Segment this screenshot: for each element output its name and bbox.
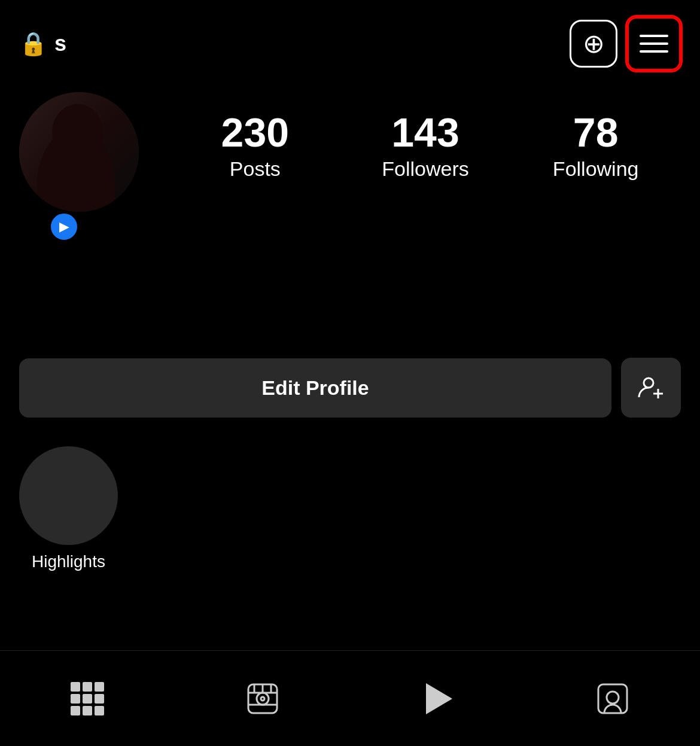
tag-icon — [596, 682, 629, 715]
lock-icon: 🔒 — [19, 31, 47, 57]
posts-label: Posts — [230, 157, 281, 181]
grid-icon — [71, 682, 104, 715]
highlight-label: Highlights — [32, 552, 105, 571]
followers-stat[interactable]: 143 Followers — [340, 110, 511, 181]
svg-point-5 — [261, 697, 264, 701]
menu-line-1 — [640, 35, 668, 37]
posts-count: 230 — [221, 110, 289, 155]
silhouette — [19, 92, 139, 212]
followers-count: 143 — [391, 110, 459, 155]
action-buttons: Edit Profile — [0, 343, 700, 432]
bottom-nav — [0, 650, 700, 746]
silhouette-body — [37, 128, 115, 212]
add-icon: ⊕ — [583, 31, 605, 57]
reels-icon — [246, 682, 279, 715]
avatar-image — [19, 92, 139, 212]
avatar-badge: ▶ — [49, 212, 79, 242]
username-label: s — [54, 31, 66, 56]
add-person-icon — [638, 374, 664, 401]
highlight-circle — [19, 446, 118, 545]
svg-point-12 — [607, 692, 619, 704]
play-icon — [426, 683, 452, 714]
svg-point-0 — [644, 378, 653, 388]
nav-item-tagged[interactable] — [589, 675, 637, 723]
edit-profile-button[interactable]: Edit Profile — [19, 358, 611, 418]
svg-point-4 — [257, 693, 269, 705]
highlights-section: Highlights — [0, 432, 700, 586]
add-person-button[interactable] — [621, 358, 681, 418]
svg-rect-11 — [598, 684, 627, 713]
nav-item-reels[interactable] — [239, 675, 287, 723]
add-content-button[interactable]: ⊕ — [570, 20, 617, 68]
followers-label: Followers — [382, 157, 468, 181]
menu-button[interactable] — [627, 17, 681, 71]
header-left: 🔒 s — [19, 31, 66, 57]
highlight-item[interactable]: Highlights — [19, 446, 118, 571]
bio-section — [0, 236, 700, 343]
avatar-container[interactable]: ▶ — [19, 92, 151, 236]
following-stat[interactable]: 78 Following — [510, 110, 681, 181]
header-right: ⊕ — [570, 17, 681, 71]
posts-stat[interactable]: 230 Posts — [170, 110, 340, 181]
nav-item-play[interactable] — [413, 675, 461, 723]
menu-line-2 — [640, 42, 668, 45]
nav-item-grid[interactable] — [63, 675, 111, 723]
story-indicator-icon: ▶ — [59, 219, 69, 235]
following-label: Following — [553, 157, 639, 181]
stats-container: 230 Posts 143 Followers 78 Following — [170, 110, 681, 181]
profile-section: ▶ 230 Posts 143 Followers 78 Following — [0, 80, 700, 236]
header: 🔒 s ⊕ — [0, 0, 700, 80]
avatar — [19, 92, 139, 212]
menu-line-3 — [640, 50, 668, 53]
following-count: 78 — [573, 110, 619, 155]
highlights-scroll: Highlights — [19, 446, 681, 571]
